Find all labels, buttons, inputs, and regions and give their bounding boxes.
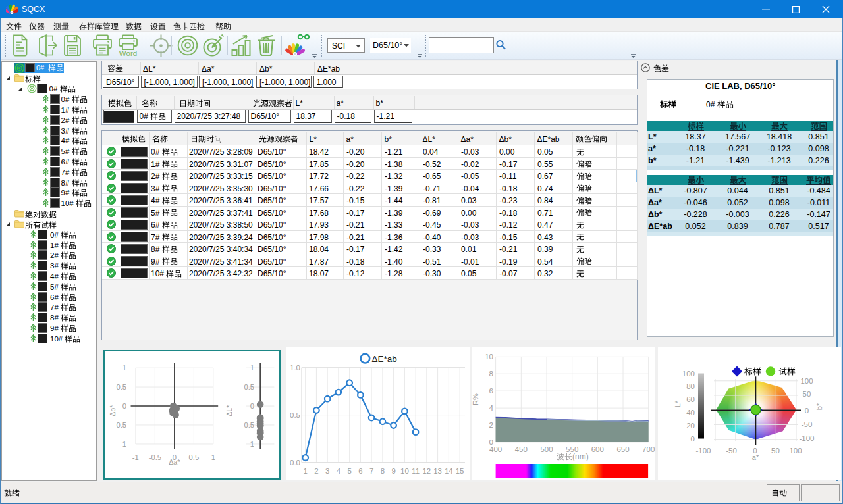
svg-text:8: 8 <box>381 467 385 475</box>
svg-text:0: 0 <box>691 435 695 443</box>
svg-text:100: 100 <box>682 370 695 378</box>
svg-text:650: 650 <box>616 445 629 453</box>
svg-text:Word: Word <box>119 49 137 57</box>
svg-text:1: 1 <box>250 364 254 372</box>
svg-text:2: 2 <box>314 467 318 475</box>
svg-text:500: 500 <box>540 445 553 453</box>
svg-text:1: 1 <box>303 467 307 475</box>
svg-text:L*: L* <box>674 400 682 407</box>
svg-text:100: 100 <box>800 377 813 385</box>
svg-text:-100: -100 <box>695 447 711 455</box>
svg-text:7: 7 <box>369 467 373 475</box>
svg-text:-50: -50 <box>802 420 813 428</box>
svg-text:1: 1 <box>211 453 215 461</box>
svg-text:ΔL*: ΔL* <box>225 404 233 416</box>
svg-text:-0.5: -0.5 <box>114 420 126 428</box>
svg-text:10: 10 <box>485 353 493 361</box>
svg-text:2: 2 <box>489 421 493 429</box>
svg-text:4: 4 <box>337 467 341 475</box>
svg-text:0.0: 0.0 <box>290 459 300 466</box>
svg-text:ΔE*ab: ΔE*ab <box>372 354 397 364</box>
svg-text:15: 15 <box>456 467 464 475</box>
svg-text:12: 12 <box>422 467 431 475</box>
svg-text:4: 4 <box>489 404 494 412</box>
svg-text:0.5: 0.5 <box>116 382 126 390</box>
svg-text:100: 100 <box>789 447 802 455</box>
svg-text:8: 8 <box>489 370 493 378</box>
svg-text:10: 10 <box>400 467 409 475</box>
svg-text:0: 0 <box>250 401 254 409</box>
svg-text:40: 40 <box>686 409 695 416</box>
svg-text:-1: -1 <box>248 440 254 447</box>
svg-text:50: 50 <box>771 447 780 455</box>
svg-text:0.5: 0.5 <box>290 411 300 419</box>
svg-text:60: 60 <box>686 395 695 403</box>
svg-text:11: 11 <box>412 467 420 475</box>
svg-text:-1: -1 <box>132 453 139 461</box>
svg-text:700: 700 <box>642 445 655 453</box>
svg-text:0.5: 0.5 <box>189 453 200 461</box>
svg-text:b*: b* <box>815 403 823 410</box>
svg-text:13: 13 <box>433 467 442 475</box>
svg-text:600: 600 <box>591 445 604 453</box>
svg-text:14: 14 <box>445 467 453 475</box>
svg-text:50: 50 <box>803 390 811 398</box>
svg-text:0: 0 <box>122 401 126 409</box>
svg-text:-1: -1 <box>120 440 126 447</box>
svg-text:0: 0 <box>805 407 809 415</box>
svg-text:-100: -100 <box>799 434 814 442</box>
svg-text:-0.5: -0.5 <box>242 420 254 428</box>
svg-text:450: 450 <box>515 445 528 453</box>
svg-text:3: 3 <box>325 467 329 475</box>
svg-text:6: 6 <box>358 467 362 475</box>
svg-text:5: 5 <box>347 467 351 475</box>
svg-text:400: 400 <box>489 445 502 453</box>
svg-text:1: 1 <box>122 364 126 372</box>
svg-text:6: 6 <box>489 387 493 395</box>
svg-text:9: 9 <box>391 467 395 475</box>
svg-text:80: 80 <box>686 382 695 390</box>
svg-text:-0.5: -0.5 <box>149 453 161 461</box>
svg-text:Δa*: Δa* <box>169 457 180 465</box>
svg-text:0.5: 0.5 <box>244 382 254 390</box>
svg-text:Δb*: Δb* <box>109 404 117 416</box>
svg-text:a*: a* <box>752 453 759 461</box>
svg-text:20: 20 <box>686 422 695 430</box>
svg-text:R%: R% <box>472 393 479 405</box>
svg-text:1.0: 1.0 <box>290 364 300 372</box>
svg-text:-50: -50 <box>726 447 737 455</box>
